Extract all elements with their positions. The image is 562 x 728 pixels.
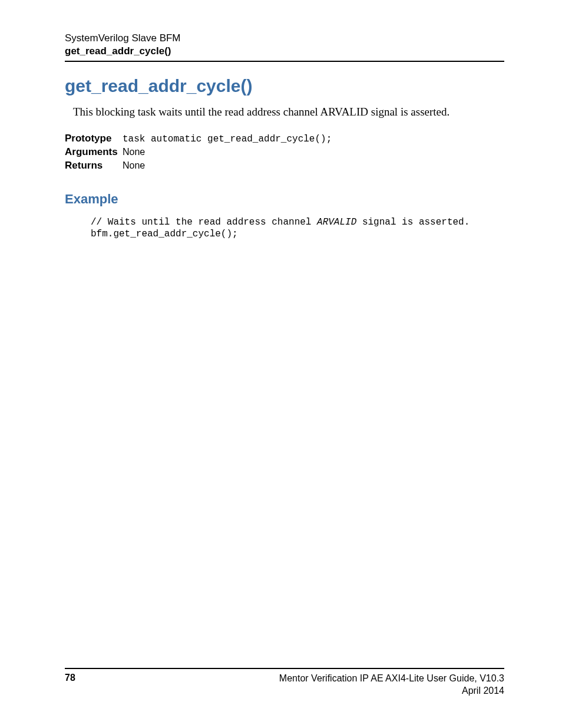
returns-label: Returns [65,160,123,172]
definition-table: Prototype task automatic get_read_addr_c… [65,133,504,172]
arguments-label: Arguments [65,146,123,158]
page-content: SystemVerilog Slave BFM get_read_addr_cy… [0,0,562,240]
footer-right: Mentor Verification IP AE AXI4-Lite User… [279,673,504,697]
footer-date: April 2014 [279,685,504,697]
returns-row: Returns None [65,160,504,172]
returns-value: None [123,160,145,171]
description-paragraph: This blocking task waits until the read … [73,104,504,120]
page-number: 78 [65,673,75,683]
example-code: // Waits until the read address channel … [91,216,504,240]
page-title: get_read_addr_cycle() [65,76,504,96]
code-comment-prefix: // Waits until the read address channel [91,217,317,228]
running-header: SystemVerilog Slave BFM get_read_addr_cy… [65,32,504,62]
page-footer: 78 Mentor Verification IP AE AXI4-Lite U… [65,668,504,697]
arguments-value: None [123,147,145,157]
header-chapter: SystemVerilog Slave BFM [65,32,504,44]
prototype-row: Prototype task automatic get_read_addr_c… [65,133,504,144]
code-comment-signal: ARVALID [317,217,356,228]
example-heading: Example [65,192,504,207]
prototype-label: Prototype [65,133,123,144]
header-section-name: get_read_addr_cycle() [65,45,504,57]
footer-doc-title: Mentor Verification IP AE AXI4-Lite User… [279,673,504,685]
arguments-row: Arguments None [65,146,504,158]
prototype-value: task automatic get_read_addr_cycle(); [123,134,332,144]
code-comment-suffix: signal is asserted. [356,217,470,228]
code-line-call: bfm.get_read_addr_cycle(); [91,229,238,239]
